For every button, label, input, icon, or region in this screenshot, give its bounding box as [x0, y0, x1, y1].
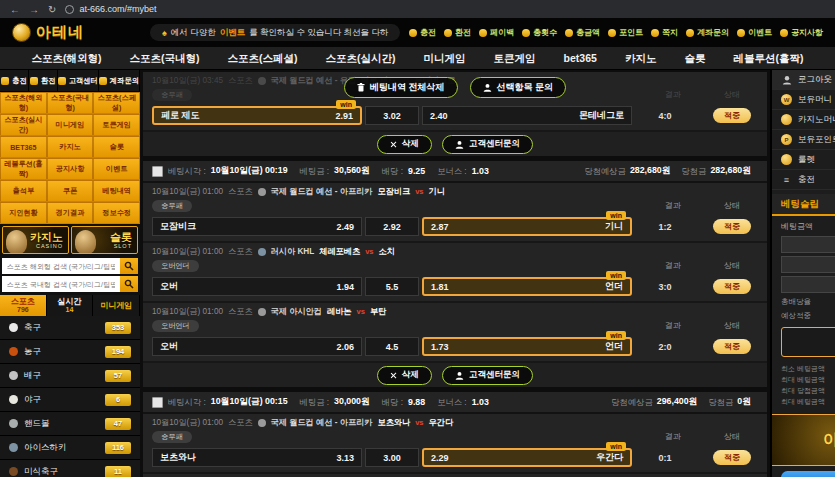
- nav-item-스포츠(스페셜)[interactable]: 스포츠(스페셜): [214, 47, 312, 69]
- menu-grid-출석부[interactable]: 출석부: [0, 180, 47, 202]
- quick-menu-환전[interactable]: 환전: [29, 70, 58, 91]
- account-row-룰렛[interactable]: 룰렛: [772, 150, 835, 170]
- selection-odds: 3.02: [383, 111, 401, 121]
- bet-limit-line: 최대 베팅금액: [772, 374, 835, 385]
- bet-chip-2[interactable]: 10만: [781, 256, 835, 273]
- address-bar[interactable]: at-666.com/#mybet: [65, 4, 156, 14]
- status-header: 상태: [706, 320, 758, 331]
- tab-실시간[interactable]: 실시간14: [47, 295, 94, 316]
- sport-item-아이스하키[interactable]: 아이스하키116: [0, 436, 140, 460]
- site-logo[interactable]: 아테네: [12, 23, 84, 42]
- header-link-label: 총금액: [576, 27, 600, 38]
- search-input-2[interactable]: [2, 276, 120, 292]
- selection-odds: 2.40: [430, 111, 448, 121]
- select-checkbox[interactable]: [152, 166, 163, 177]
- forward-icon[interactable]: →: [29, 4, 39, 15]
- header-link-포인트[interactable]: 포인트: [608, 27, 643, 38]
- tab-미니게임[interactable]: 미니게임: [93, 295, 140, 316]
- nav-item-레볼루션(홀짝)[interactable]: 레볼루션(홀짝): [719, 47, 817, 69]
- menu-grid-공지사항[interactable]: 공지사항: [47, 158, 94, 180]
- event-icon: [737, 29, 745, 37]
- nav-item-스포츠(국내형)[interactable]: 스포츠(국내형): [116, 47, 214, 69]
- odds-row: 모잠비크2.492.922.87기니win1:2적중: [152, 217, 758, 236]
- menu-grid-슬롯[interactable]: 슬롯: [93, 136, 140, 158]
- banner-title: 카지노: [30, 231, 63, 243]
- athens-banner[interactable]: 아테네: [772, 414, 835, 466]
- sport-item-야구[interactable]: 야구6: [0, 388, 140, 412]
- menu-grid-경기결과[interactable]: 경기결과: [47, 202, 94, 224]
- home-team: 체레포베츠: [319, 246, 360, 257]
- header-link-총횟수[interactable]: 총횟수: [522, 27, 557, 38]
- header-link-총금액[interactable]: 총금액: [565, 27, 600, 38]
- header-link-계좌문의[interactable]: 계좌문의: [686, 27, 729, 38]
- sport-item-농구[interactable]: 농구194: [0, 340, 140, 364]
- header-link-쪽지[interactable]: 쪽지: [651, 27, 678, 38]
- select-checkbox[interactable]: [152, 397, 163, 408]
- header-link-이벤트[interactable]: 이벤트: [737, 27, 772, 38]
- header-link-공지사항[interactable]: 공지사항: [780, 27, 823, 38]
- sport-item-미식축구[interactable]: 미식축구11: [0, 460, 140, 477]
- menu-grid-레볼루션(홀짝)[interactable]: 레볼루션(홀짝): [0, 158, 47, 180]
- menu-grid-토큰게임[interactable]: 토큰게임: [93, 114, 140, 136]
- menu-grid-스포츠(실시간)[interactable]: 스포츠(실시간): [0, 114, 47, 136]
- nav-item-카지노[interactable]: 카지노: [611, 47, 671, 69]
- nav-item-토큰게임[interactable]: 토큰게임: [480, 47, 550, 69]
- menu-grid-BET365[interactable]: BET365: [0, 136, 47, 158]
- header-link-label: 계좌문의: [697, 27, 729, 38]
- menu-grid-스포츠(국내형)[interactable]: 스포츠(국내형): [47, 92, 94, 114]
- bet-chip-1[interactable]: 5천: [781, 236, 835, 253]
- tab-스포츠[interactable]: 스포츠796: [0, 295, 47, 316]
- account-row-보유포인트[interactable]: P보유포인트: [772, 130, 835, 150]
- quick-menu-계좌문의[interactable]: 계좌문의: [99, 70, 140, 91]
- away-team: 소치: [379, 246, 395, 257]
- menu-grid-스포츠(스페셜)[interactable]: 스포츠(스페셜): [93, 92, 140, 114]
- nav-item-스포츠(해외형)[interactable]: 스포츠(해외형): [18, 47, 116, 69]
- nav-item-미니게임[interactable]: 미니게임: [410, 47, 480, 69]
- sport-item-배구[interactable]: 배구57: [0, 364, 140, 388]
- banner-character: [75, 230, 96, 254]
- support-inquiry-button[interactable]: 고객센터문의: [442, 366, 533, 385]
- menu-grid-베팅내역[interactable]: 베팅내역: [93, 180, 140, 202]
- nav-item-슬롯[interactable]: 슬롯: [670, 47, 719, 69]
- banner-casino[interactable]: 카지노CASINO: [2, 226, 69, 254]
- menu-grid-스포츠(해외형)[interactable]: 스포츠(해외형): [0, 92, 47, 114]
- quick-menu-충전[interactable]: 충전: [0, 70, 29, 91]
- match-league: 국제 아시안컵: [271, 306, 322, 317]
- menu-grid-지인현황[interactable]: 지인현황: [0, 202, 47, 224]
- menu-grid-쿠폰[interactable]: 쿠폰: [47, 180, 94, 202]
- telegram-button[interactable]: [781, 471, 835, 477]
- bet-chip-3[interactable]: [781, 276, 835, 293]
- nav-item-bet365[interactable]: bet365: [550, 47, 611, 69]
- quick-menu-고객센터[interactable]: 고객센터: [58, 70, 99, 91]
- search-input-1[interactable]: [2, 258, 120, 274]
- menu-grid-이벤트[interactable]: 이벤트: [93, 158, 140, 180]
- site-info-icon[interactable]: [65, 5, 74, 14]
- sport-item-핸드볼[interactable]: 핸드볼47: [0, 412, 140, 436]
- account-row-보유머니[interactable]: W보유머니: [772, 90, 835, 110]
- header-link-충전[interactable]: 충전: [409, 27, 436, 38]
- header-link-페이백[interactable]: 페이백: [479, 27, 514, 38]
- banner-slot[interactable]: 슬롯SLOT: [71, 226, 138, 254]
- menu-grid-정보수정[interactable]: 정보수정: [93, 202, 140, 224]
- delete-all-bets-button[interactable]: 베팅내역 전체삭제: [344, 77, 458, 98]
- account-row-카지노머니[interactable]: 카지노머니: [772, 110, 835, 130]
- header-link-환전[interactable]: 환전: [444, 27, 471, 38]
- menu-grid-미니게임[interactable]: 미니게임: [47, 114, 94, 136]
- inquire-selected-button[interactable]: 선택항목 문의: [470, 77, 567, 98]
- home-team: 레바논: [327, 306, 352, 317]
- banner-character: [6, 230, 27, 254]
- delete-bet-button[interactable]: 삭제: [377, 366, 432, 385]
- reload-icon[interactable]: ↻: [48, 4, 56, 15]
- nav-item-스포츠(실시간)[interactable]: 스포츠(실시간): [312, 47, 410, 69]
- back-icon[interactable]: ←: [10, 4, 20, 15]
- support-inquiry-button[interactable]: 고객센터문의: [442, 135, 533, 154]
- menu-grid-카지노[interactable]: 카지노: [47, 136, 94, 158]
- search-button-2[interactable]: [120, 276, 138, 292]
- sport-item-축구[interactable]: 축구353: [0, 316, 140, 340]
- account-row-충전[interactable]: ≡충전: [772, 170, 835, 190]
- bonus-value: 1.03: [472, 166, 489, 176]
- account-row-로그아웃[interactable]: 로그아웃: [772, 70, 835, 90]
- delete-bet-button[interactable]: 삭제: [377, 135, 432, 154]
- bet-button-box[interactable]: [781, 327, 835, 357]
- search-button-1[interactable]: [120, 258, 138, 274]
